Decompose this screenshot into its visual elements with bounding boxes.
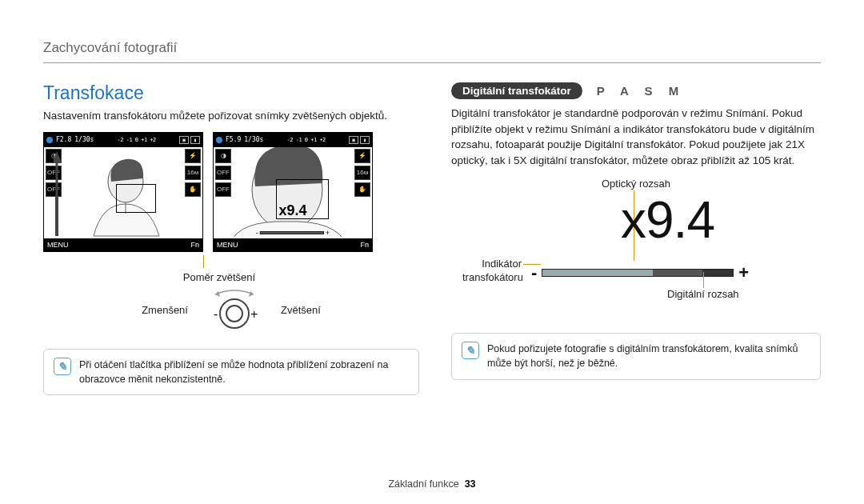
ev-scale: -2 -1 0 +1 +2 [287,137,326,143]
is-icon: ✋ [354,182,370,197]
svg-rect-0 [55,196,58,236]
shutter-value: 1/30s [244,136,263,143]
size-icon: 16м [185,166,201,180]
columns: Transfokace Nastavením transfokátoru můž… [43,82,821,395]
zoom-value-overlay: x9.4 [278,202,306,219]
zoom-bar: -+ [256,229,330,237]
camera-screenshots: F2.8 1/30s -2 -1 0 +1 +2 ▣▮ ◑ OFF OFF ⚡ … [43,132,419,252]
note-box: ✎ Pokud pořizujete fotografie s digitáln… [451,333,821,379]
aperture-value: F5.9 [226,136,241,143]
scene-illustration [54,147,182,237]
breadcrumb: Zachycování fotografií [43,40,821,56]
battery-icon: ▮ [190,136,200,144]
focus-frame [116,184,156,213]
indicator-label: Indikátor transfokátoru [462,258,522,284]
drive-icon: ▣ [349,136,358,144]
note-text: Při otáčení tlačítka přiblížení se může … [79,358,409,386]
svg-point-5 [220,299,249,328]
ev-scale: -2 -1 0 +1 +2 [118,137,156,143]
camera-bottombar: MENU Fn [44,238,202,251]
svg-point-6 [226,306,242,322]
menu-button[interactable]: MENU [47,241,69,249]
flash-icon: ⚡ [354,149,370,163]
right-iconbar: ⚡ 16м ✋ [354,149,370,197]
section-title: Transfokace [43,82,419,104]
description-paragraph: Digitální transfokátor je standardně pod… [451,106,821,168]
footer-section: Základní funkce [388,478,458,490]
aperture-value: F2.8 [56,136,71,143]
info-icon: ✎ [54,358,71,375]
page: Zachycování fotografií Transfokace Nasta… [0,0,864,419]
digital-range-label: Digitální rozsah [667,288,739,300]
right-column: Digitální transfokátor P A S M Digitální… [451,82,821,395]
callout-line [203,255,204,268]
note-box: ✎ Při otáčení tlačítka přiblížení se můž… [43,349,419,395]
drive-icon: ▣ [179,136,189,144]
page-number: 33 [465,478,476,490]
svg-text:-: - [214,307,218,321]
zoom-out-label: Zmenšení [142,304,188,316]
guide-line [703,272,704,288]
ratio-caption: Poměr zvětšení [171,271,267,283]
heading-row: Digitální transfokátor P A S M [451,82,821,99]
info-icon: ✎ [462,342,479,359]
zoom-range-diagram: Optický rozsah x9.4 Indikátor transfokát… [451,179,821,315]
footer: Základní funkce 33 [0,478,864,490]
camera-topbar: F5.9 1/30s -2 -1 0 +1 +2 ▣▮ [214,133,372,147]
size-icon: 16м [354,166,370,180]
indicator-label-l2: transfokátoru [462,271,523,283]
intro-text: Nastavením transfokátoru můžete pořizova… [43,109,419,124]
svg-text:+: + [250,307,258,321]
indicator-label-l1: Indikátor [482,258,522,270]
minus-icon: - [531,262,537,283]
flash-icon: ⚡ [185,149,201,163]
digital-zoom-pill: Digitální transfokátor [451,82,582,99]
camera-screen-tele: F5.9 1/30s -2 -1 0 +1 +2 ▣▮ ◑ OFF OFF ⚡ … [213,132,373,252]
shutter-value: 1/30s [74,136,94,143]
right-iconbar: ⚡ 16м ✋ [185,149,201,197]
modes-label: P A S M [597,84,685,98]
zoom-bar-row: - + [531,262,749,283]
fn-button[interactable]: Fn [360,241,369,249]
zoom-dial: - + [210,290,258,331]
battery-icon: ▮ [360,136,370,144]
svg-marker-3 [215,291,220,297]
header: Zachycování fotografií [43,40,821,63]
left-column: Transfokace Nastavením transfokátoru můž… [43,82,419,395]
menu-button[interactable]: MENU [217,241,238,249]
note-text: Pokud pořizujete fotografie s digitálním… [487,342,810,370]
scene-illustration [223,147,351,237]
plus-icon: + [738,262,749,283]
zoom-big-value: x9.4 [621,190,714,250]
camera-screen-wide: F2.8 1/30s -2 -1 0 +1 +2 ▣▮ ◑ OFF OFF ⚡ … [43,132,203,252]
camera-topbar: F2.8 1/30s -2 -1 0 +1 +2 ▣▮ [44,133,202,147]
optical-range-label: Optický rozsah [602,178,670,190]
zoom-dial-row: Zmenšení - + Zvětšení [43,290,419,331]
is-icon: ✋ [185,182,201,197]
camera-bottombar: MENU Fn [214,238,372,251]
zoom-in-label: Zvětšení [281,304,321,316]
svg-marker-4 [249,291,254,297]
fn-button[interactable]: Fn [190,241,199,249]
zoom-bar [542,269,734,277]
